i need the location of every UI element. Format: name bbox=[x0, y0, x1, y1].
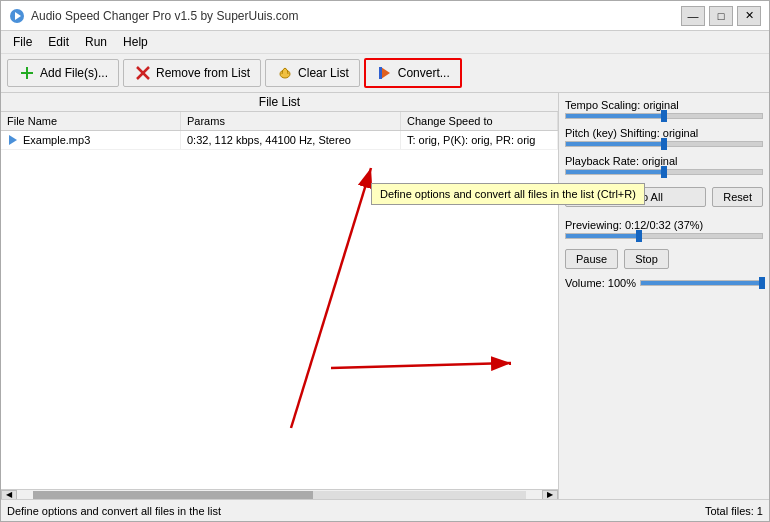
scrollbar-track[interactable] bbox=[33, 491, 526, 499]
title-bar-left: Audio Speed Changer Pro v1.5 by SuperUui… bbox=[9, 8, 299, 24]
scrollbar-thumb[interactable] bbox=[33, 491, 313, 499]
svg-marker-13 bbox=[9, 135, 17, 145]
add-icon bbox=[18, 64, 36, 82]
playback-section: Playback Rate: original bbox=[565, 155, 763, 175]
menu-edit[interactable]: Edit bbox=[40, 33, 77, 51]
svg-rect-3 bbox=[26, 67, 28, 79]
main-window: Audio Speed Changer Pro v1.5 by SuperUui… bbox=[0, 0, 770, 522]
preview-section: Previewing: 0:12/0:32 (37%) bbox=[565, 219, 763, 245]
file-panel: File List File Name Params Change Speed … bbox=[1, 93, 559, 499]
main-wrapper: Define options and convert all files in … bbox=[1, 93, 769, 499]
volume-section: Volume: 100% bbox=[565, 277, 763, 289]
add-files-button[interactable]: Add File(s)... bbox=[7, 59, 119, 87]
file-table: File Name Params Change Speed to Example… bbox=[1, 112, 558, 489]
stop-button[interactable]: Stop bbox=[624, 249, 669, 269]
convert-label: Convert... bbox=[398, 66, 450, 80]
scroll-right[interactable]: ▶ bbox=[542, 490, 558, 500]
convert-button[interactable]: Convert... bbox=[364, 58, 462, 88]
tempo-slider-fill bbox=[566, 114, 664, 118]
table-row[interactable]: Example.mp3 0:32, 112 kbps, 44100 Hz, St… bbox=[1, 131, 558, 150]
clear-label: Clear List bbox=[298, 66, 349, 80]
scroll-left[interactable]: ◀ bbox=[1, 490, 17, 500]
menu-help[interactable]: Help bbox=[115, 33, 156, 51]
clear-icon bbox=[276, 64, 294, 82]
pitch-section: Pitch (key) Shifting: original bbox=[565, 127, 763, 147]
tempo-slider-thumb[interactable] bbox=[661, 110, 667, 122]
minimize-button[interactable]: — bbox=[681, 6, 705, 26]
row-file-name: Example.mp3 bbox=[1, 131, 181, 149]
menu-file[interactable]: File bbox=[5, 33, 40, 51]
volume-fill bbox=[641, 281, 762, 285]
title-bar: Audio Speed Changer Pro v1.5 by SuperUui… bbox=[1, 1, 769, 31]
tooltip-text: Define options and convert all files in … bbox=[380, 188, 636, 200]
volume-thumb[interactable] bbox=[759, 277, 765, 289]
convert-icon bbox=[376, 64, 394, 82]
remove-from-list-button[interactable]: Remove from List bbox=[123, 59, 261, 87]
svg-rect-8 bbox=[379, 67, 382, 79]
row-change: T: orig, P(K): orig, PR: orig bbox=[401, 131, 558, 149]
right-panel: Tempo Scaling: original Pitch (key) Shif… bbox=[559, 93, 769, 499]
status-right: Total files: 1 bbox=[705, 505, 763, 517]
remove-label: Remove from List bbox=[156, 66, 250, 80]
remove-icon bbox=[134, 64, 152, 82]
menu-run[interactable]: Run bbox=[77, 33, 115, 51]
add-files-label: Add File(s)... bbox=[40, 66, 108, 80]
col-header-params: Params bbox=[181, 112, 401, 130]
menu-bar: File Edit Run Help bbox=[1, 31, 769, 54]
maximize-button[interactable]: □ bbox=[709, 6, 733, 26]
svg-marker-7 bbox=[381, 67, 390, 79]
tooltip-box: Define options and convert all files in … bbox=[371, 183, 645, 205]
preview-thumb[interactable] bbox=[636, 230, 642, 242]
col-header-change: Change Speed to bbox=[401, 112, 558, 130]
clear-list-button[interactable]: Clear List bbox=[265, 59, 360, 87]
preview-track[interactable] bbox=[565, 233, 763, 239]
status-left: Define options and convert all files in … bbox=[7, 505, 221, 517]
table-header: File Name Params Change Speed to bbox=[1, 112, 558, 131]
preview-label: Previewing: 0:12/0:32 (37%) bbox=[565, 219, 763, 231]
pitch-slider-fill bbox=[566, 142, 664, 146]
file-list-header: File List bbox=[1, 93, 558, 112]
toolbar: Add File(s)... Remove from List Clear Li… bbox=[1, 54, 769, 93]
pause-button[interactable]: Pause bbox=[565, 249, 618, 269]
play-icon bbox=[7, 134, 19, 146]
app-icon bbox=[9, 8, 25, 24]
pause-stop-row: Pause Stop bbox=[565, 249, 763, 269]
playback-slider-fill bbox=[566, 170, 664, 174]
reset-button[interactable]: Reset bbox=[712, 187, 763, 207]
status-bar: Define options and convert all files in … bbox=[1, 499, 769, 521]
tempo-slider-track[interactable] bbox=[565, 113, 763, 119]
scrollbar-area: ◀ ▶ bbox=[1, 489, 558, 499]
window-title: Audio Speed Changer Pro v1.5 by SuperUui… bbox=[31, 9, 299, 23]
window-controls[interactable]: — □ ✕ bbox=[681, 6, 761, 26]
row-params: 0:32, 112 kbps, 44100 Hz, Stereo bbox=[181, 131, 401, 149]
preview-fill bbox=[566, 234, 639, 238]
tempo-section: Tempo Scaling: original bbox=[565, 99, 763, 119]
col-header-name: File Name bbox=[1, 112, 181, 130]
volume-label: Volume: 100% bbox=[565, 277, 636, 289]
main-area: File List File Name Params Change Speed … bbox=[1, 93, 769, 499]
close-button[interactable]: ✕ bbox=[737, 6, 761, 26]
pitch-slider-thumb[interactable] bbox=[661, 138, 667, 150]
playback-slider-thumb[interactable] bbox=[661, 166, 667, 178]
playback-slider-track[interactable] bbox=[565, 169, 763, 175]
volume-track[interactable] bbox=[640, 280, 763, 286]
pitch-slider-track[interactable] bbox=[565, 141, 763, 147]
